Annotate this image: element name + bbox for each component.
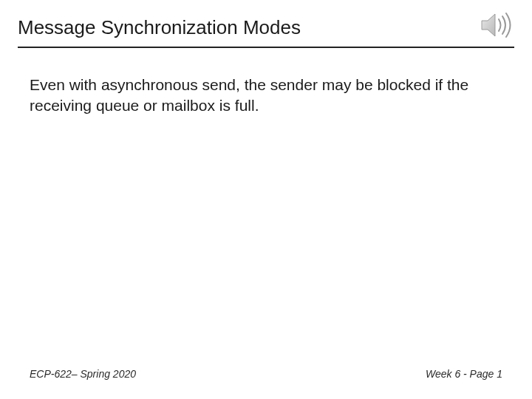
slide-footer: ECP-622– Spring 2020 Week 6 - Page 1: [0, 368, 532, 380]
speaker-icon[interactable]: [479, 10, 514, 40]
slide-title: Message Synchronization Modes: [0, 0, 532, 47]
slide-body-text: Even with asynchronous send, the sender …: [0, 48, 532, 117]
footer-page-number: Week 6 - Page 1: [426, 368, 502, 380]
slide-container: Message Synchronization Modes Even with …: [0, 0, 532, 399]
footer-course-term: ECP-622– Spring 2020: [30, 368, 136, 380]
